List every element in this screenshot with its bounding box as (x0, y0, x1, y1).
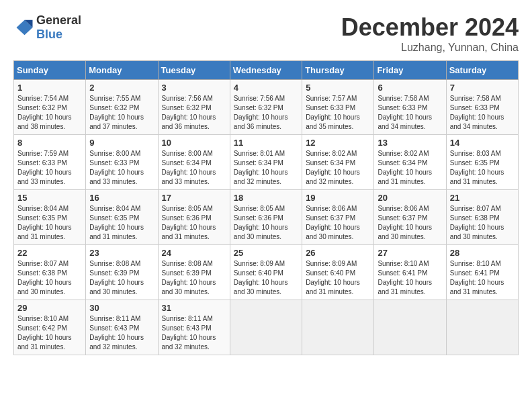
day-number: 29 (17, 303, 82, 313)
calendar-cell: 29Sunrise: 8:10 AMSunset: 6:42 PMDayligh… (14, 300, 86, 355)
day-number: 2 (89, 83, 154, 93)
calendar-cell: 31Sunrise: 8:11 AMSunset: 6:43 PMDayligh… (158, 300, 230, 355)
calendar-cell: 5Sunrise: 7:57 AMSunset: 6:33 PMDaylight… (302, 80, 374, 135)
day-info: Sunrise: 8:10 AMSunset: 6:42 PMDaylight:… (17, 314, 82, 352)
day-number: 31 (162, 303, 226, 313)
day-info: Sunrise: 7:57 AMSunset: 6:33 PMDaylight:… (306, 94, 370, 132)
day-info: Sunrise: 8:10 AMSunset: 6:41 PMDaylight:… (378, 259, 442, 297)
day-info: Sunrise: 8:06 AMSunset: 6:37 PMDaylight:… (306, 204, 370, 242)
day-info: Sunrise: 8:01 AMSunset: 6:34 PMDaylight:… (234, 149, 298, 187)
day-number: 12 (306, 138, 370, 148)
calendar-cell (446, 300, 518, 355)
day-info: Sunrise: 7:54 AMSunset: 6:32 PMDaylight:… (17, 94, 82, 132)
day-number: 24 (162, 248, 226, 258)
month-title: December 2024 (341, 13, 519, 42)
calendar-cell: 20Sunrise: 8:06 AMSunset: 6:37 PMDayligh… (374, 190, 446, 245)
calendar-cell: 12Sunrise: 8:02 AMSunset: 6:34 PMDayligh… (302, 135, 374, 190)
calendar-cell: 6Sunrise: 7:58 AMSunset: 6:33 PMDaylight… (374, 80, 446, 135)
calendar-cell: 19Sunrise: 8:06 AMSunset: 6:37 PMDayligh… (302, 190, 374, 245)
day-info: Sunrise: 8:09 AMSunset: 6:40 PMDaylight:… (306, 259, 370, 297)
day-number: 26 (306, 248, 370, 258)
day-info: Sunrise: 8:08 AMSunset: 6:39 PMDaylight:… (162, 259, 226, 297)
calendar-week-row: 1Sunrise: 7:54 AMSunset: 6:32 PMDaylight… (14, 80, 519, 135)
calendar-cell: 28Sunrise: 8:10 AMSunset: 6:41 PMDayligh… (446, 245, 518, 300)
day-info: Sunrise: 8:10 AMSunset: 6:41 PMDaylight:… (450, 259, 515, 297)
day-info: Sunrise: 8:05 AMSunset: 6:36 PMDaylight:… (162, 204, 226, 242)
col-sunday: Sunday (14, 61, 86, 80)
calendar-cell: 8Sunrise: 7:59 AMSunset: 6:33 PMDaylight… (14, 135, 86, 190)
calendar-cell: 3Sunrise: 7:56 AMSunset: 6:32 PMDaylight… (158, 80, 230, 135)
day-info: Sunrise: 7:55 AMSunset: 6:32 PMDaylight:… (89, 94, 154, 132)
day-info: Sunrise: 8:04 AMSunset: 6:35 PMDaylight:… (89, 204, 154, 242)
calendar-cell: 24Sunrise: 8:08 AMSunset: 6:39 PMDayligh… (158, 245, 230, 300)
logo: General Blue (13, 13, 81, 42)
day-number: 23 (89, 248, 154, 258)
logo-text: General Blue (36, 13, 81, 42)
calendar-cell: 9Sunrise: 8:00 AMSunset: 6:33 PMDaylight… (86, 135, 158, 190)
day-number: 22 (17, 248, 82, 258)
day-number: 1 (17, 83, 82, 93)
day-number: 18 (234, 193, 298, 203)
day-number: 5 (306, 83, 370, 93)
calendar-cell: 7Sunrise: 7:58 AMSunset: 6:33 PMDaylight… (446, 80, 518, 135)
day-info: Sunrise: 8:05 AMSunset: 6:36 PMDaylight:… (234, 204, 298, 242)
title-block: December 2024 Luzhang, Yunnan, China (341, 13, 519, 54)
day-number: 14 (450, 138, 515, 148)
day-info: Sunrise: 8:07 AMSunset: 6:38 PMDaylight:… (17, 259, 82, 297)
calendar-cell: 17Sunrise: 8:05 AMSunset: 6:36 PMDayligh… (158, 190, 230, 245)
day-number: 16 (89, 193, 154, 203)
calendar-week-row: 22Sunrise: 8:07 AMSunset: 6:38 PMDayligh… (14, 245, 519, 300)
col-monday: Monday (86, 61, 158, 80)
day-number: 9 (89, 138, 154, 148)
calendar-cell: 1Sunrise: 7:54 AMSunset: 6:32 PMDaylight… (14, 80, 86, 135)
day-number: 8 (17, 138, 82, 148)
calendar-cell: 4Sunrise: 7:56 AMSunset: 6:32 PMDaylight… (230, 80, 302, 135)
day-info: Sunrise: 8:06 AMSunset: 6:37 PMDaylight:… (378, 204, 442, 242)
day-number: 15 (17, 193, 82, 203)
day-info: Sunrise: 7:58 AMSunset: 6:33 PMDaylight:… (378, 94, 442, 132)
calendar-body: 1Sunrise: 7:54 AMSunset: 6:32 PMDaylight… (14, 80, 519, 355)
day-info: Sunrise: 7:56 AMSunset: 6:32 PMDaylight:… (162, 94, 226, 132)
day-info: Sunrise: 8:04 AMSunset: 6:35 PMDaylight:… (17, 204, 82, 242)
day-info: Sunrise: 7:58 AMSunset: 6:33 PMDaylight:… (450, 94, 515, 132)
day-info: Sunrise: 8:09 AMSunset: 6:40 PMDaylight:… (234, 259, 298, 297)
calendar-cell: 27Sunrise: 8:10 AMSunset: 6:41 PMDayligh… (374, 245, 446, 300)
day-info: Sunrise: 8:07 AMSunset: 6:38 PMDaylight:… (450, 204, 515, 242)
day-number: 21 (450, 193, 515, 203)
day-number: 17 (162, 193, 226, 203)
col-thursday: Thursday (302, 61, 374, 80)
calendar-cell: 22Sunrise: 8:07 AMSunset: 6:38 PMDayligh… (14, 245, 86, 300)
calendar-cell: 13Sunrise: 8:02 AMSunset: 6:34 PMDayligh… (374, 135, 446, 190)
day-number: 6 (378, 83, 442, 93)
day-number: 13 (378, 138, 442, 148)
calendar-header-row: Sunday Monday Tuesday Wednesday Thursday… (14, 61, 519, 80)
calendar-week-row: 8Sunrise: 7:59 AMSunset: 6:33 PMDaylight… (14, 135, 519, 190)
col-wednesday: Wednesday (230, 61, 302, 80)
day-number: 27 (378, 248, 442, 258)
day-info: Sunrise: 8:00 AMSunset: 6:34 PMDaylight:… (162, 149, 226, 187)
location: Luzhang, Yunnan, China (341, 42, 519, 54)
calendar-cell (374, 300, 446, 355)
calendar-cell: 21Sunrise: 8:07 AMSunset: 6:38 PMDayligh… (446, 190, 518, 245)
day-info: Sunrise: 7:59 AMSunset: 6:33 PMDaylight:… (17, 149, 82, 187)
day-info: Sunrise: 8:03 AMSunset: 6:35 PMDaylight:… (450, 149, 515, 187)
calendar-cell (230, 300, 302, 355)
day-number: 20 (378, 193, 442, 203)
calendar-cell: 23Sunrise: 8:08 AMSunset: 6:39 PMDayligh… (86, 245, 158, 300)
calendar-cell: 26Sunrise: 8:09 AMSunset: 6:40 PMDayligh… (302, 245, 374, 300)
col-saturday: Saturday (446, 61, 518, 80)
day-info: Sunrise: 8:08 AMSunset: 6:39 PMDaylight:… (89, 259, 154, 297)
calendar-cell: 11Sunrise: 8:01 AMSunset: 6:34 PMDayligh… (230, 135, 302, 190)
calendar-week-row: 15Sunrise: 8:04 AMSunset: 6:35 PMDayligh… (14, 190, 519, 245)
calendar-cell: 18Sunrise: 8:05 AMSunset: 6:36 PMDayligh… (230, 190, 302, 245)
calendar-cell: 15Sunrise: 8:04 AMSunset: 6:35 PMDayligh… (14, 190, 86, 245)
calendar-cell (302, 300, 374, 355)
page-header: General Blue December 2024 Luzhang, Yunn… (13, 13, 519, 54)
calendar-cell: 2Sunrise: 7:55 AMSunset: 6:32 PMDaylight… (86, 80, 158, 135)
day-info: Sunrise: 8:02 AMSunset: 6:34 PMDaylight:… (306, 149, 370, 187)
day-number: 10 (162, 138, 226, 148)
day-info: Sunrise: 8:11 AMSunset: 6:43 PMDaylight:… (89, 314, 154, 352)
day-info: Sunrise: 8:11 AMSunset: 6:43 PMDaylight:… (162, 314, 226, 352)
day-number: 30 (89, 303, 154, 313)
calendar-cell: 16Sunrise: 8:04 AMSunset: 6:35 PMDayligh… (86, 190, 158, 245)
